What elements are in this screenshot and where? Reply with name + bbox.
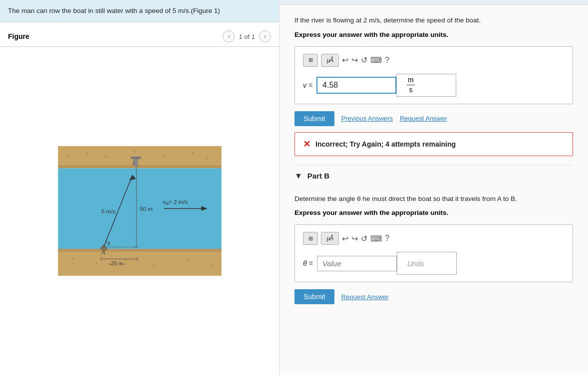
figure-header: Figure ‹ 1 of 1 › (0, 26, 279, 47)
left-panel: The man can row the boat in still water … (0, 0, 280, 375)
figure-nav: ‹ 1 of 1 › (223, 30, 271, 42)
svg-text:5 m/s: 5 m/s (101, 208, 115, 214)
parta-units-box: m s (396, 74, 456, 97)
parta-error-box: ✕ Incorrect; Try Again; 4 attempts remai… (294, 132, 573, 156)
svg-text:50 m: 50 m (140, 206, 153, 212)
partb-header: ▼ Part B (294, 165, 573, 187)
svg-point-9 (163, 155, 165, 157)
partb-var-label: θ = (303, 259, 313, 267)
partb-question: Determine the angle θ he must direct the… (294, 193, 573, 204)
partb-collapse-btn[interactable]: ▼ (294, 172, 302, 181)
parta-units-top: m (407, 76, 415, 85)
keyboard-btn[interactable]: ⌨ (370, 55, 382, 65)
right-content: If the river is flowing at 2 m/s, determ… (280, 5, 588, 314)
figure-canvas: B 50 m A 5 m/s θ (0, 47, 279, 375)
partb-action-row: Submit Request Answer (294, 289, 573, 304)
svg-point-17 (211, 264, 213, 266)
partb-refresh-btn[interactable]: ↺ (361, 234, 367, 243)
partb-grid-btn[interactable]: ⊞ (303, 232, 318, 245)
svg-point-7 (105, 156, 107, 158)
svg-text:= 2 m/s: = 2 m/s (168, 199, 187, 205)
parta-units-fraction: m s (407, 76, 415, 94)
partb-instruction: Express your answer with the appropriate… (294, 209, 573, 216)
parta-var-label: v = (303, 81, 312, 89)
partb-submit-btn[interactable]: Submit (294, 289, 334, 304)
svg-point-12 (71, 258, 73, 260)
river-figure-svg: B 50 m A 5 m/s θ (55, 146, 225, 276)
svg-text:–25 m–: –25 m– (108, 260, 125, 266)
parta-action-row: Submit Previous Answers Request Answer (294, 111, 573, 126)
svg-point-8 (134, 151, 136, 153)
undo-btn[interactable]: ↩ (342, 55, 348, 65)
svg-point-5 (66, 155, 68, 157)
refresh-btn[interactable]: ↺ (361, 55, 367, 65)
partb-request-answer-btn[interactable]: Request Answer (341, 293, 389, 301)
error-text: Incorrect; Try Again; 4 attempts remaini… (315, 140, 456, 148)
svg-point-10 (192, 152, 194, 154)
next-figure-btn[interactable]: › (259, 30, 271, 42)
problem-statement: The man can row the boat in still water … (0, 0, 279, 22)
parta-value-input[interactable] (316, 77, 396, 94)
svg-rect-0 (58, 146, 221, 166)
partb-mu-btn[interactable]: μÅ (321, 232, 339, 245)
partb-units-placeholder: Units (407, 259, 424, 268)
error-icon: ✕ (303, 139, 310, 150)
partb-undo-btn[interactable]: ↩ (342, 234, 348, 243)
parta-prev-answers-btn[interactable]: Previous Answers (341, 115, 393, 122)
svg-text:θ: θ (107, 241, 110, 246)
svg-rect-40 (131, 157, 140, 159)
svg-point-15 (153, 265, 155, 267)
svg-rect-3 (58, 250, 221, 276)
parta-answer-box: ⊞ μÅ ↩ ↪ ↺ ⌨ ? v = m s (294, 46, 573, 104)
top-bar (280, 0, 588, 5)
redo-btn[interactable]: ↪ (351, 55, 358, 65)
partb-answer-row: θ = Units (303, 252, 565, 275)
figure-title: Figure (8, 32, 29, 40)
svg-rect-39 (134, 158, 138, 167)
grid-btn[interactable]: ⊞ (303, 54, 318, 67)
partb-keyboard-btn[interactable]: ⌨ (370, 234, 382, 243)
partb-units-box: Units (397, 252, 457, 275)
partb-value-input[interactable] (317, 256, 397, 271)
svg-point-16 (187, 259, 189, 261)
svg-point-13 (95, 263, 97, 265)
svg-point-11 (206, 157, 208, 159)
prev-figure-btn[interactable]: ‹ (223, 30, 235, 42)
problem-text: The man can row the boat in still water … (8, 7, 220, 14)
partb-answer-box: ⊞ μÅ ↩ ↪ ↺ ⌨ ? θ = Units (294, 224, 573, 282)
figure-nav-text: 1 of 1 (239, 33, 255, 40)
help-btn[interactable]: ? (385, 56, 389, 65)
mu-btn[interactable]: μÅ (321, 54, 339, 67)
parta-toolbar: ⊞ μÅ ↩ ↪ ↺ ⌨ ? (303, 54, 565, 67)
svg-rect-4 (58, 249, 221, 252)
parta-units-bottom: s (409, 85, 412, 94)
partb-help-btn[interactable]: ? (385, 234, 389, 243)
parta-request-answer-btn[interactable]: Request Answer (400, 115, 447, 122)
svg-point-6 (86, 153, 88, 155)
partb-toolbar: ⊞ μÅ ↩ ↪ ↺ ⌨ ? (303, 232, 565, 245)
parta-question: If the river is flowing at 2 m/s, determ… (294, 15, 573, 26)
parta-submit-btn[interactable]: Submit (294, 111, 334, 126)
right-panel: If the river is flowing at 2 m/s, determ… (280, 0, 588, 375)
parta-answer-row: v = m s (303, 74, 565, 97)
figure-area: Figure ‹ 1 of 1 › (0, 22, 279, 375)
svg-rect-1 (58, 166, 221, 169)
partb-redo-btn[interactable]: ↪ (351, 234, 358, 243)
partb-label: Part B (307, 172, 329, 180)
parta-instruction: Express your answer with the appropriate… (294, 31, 573, 38)
